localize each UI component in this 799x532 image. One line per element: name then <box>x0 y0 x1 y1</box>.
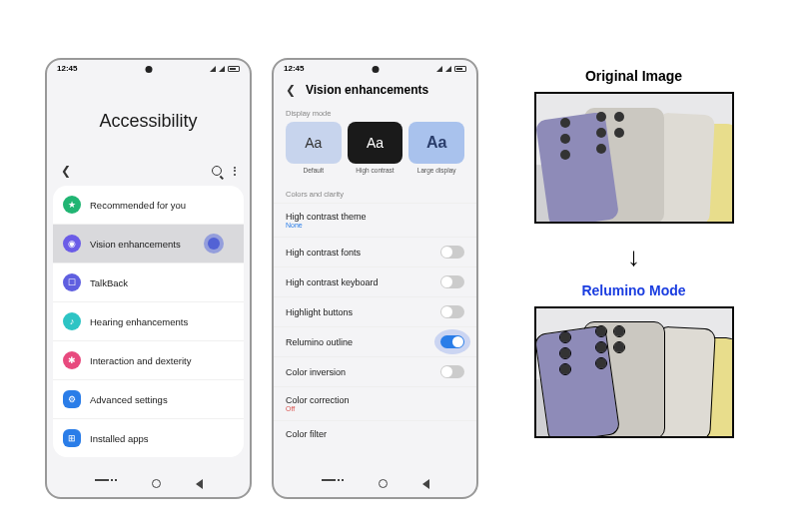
section-label-display: Display mode <box>274 101 476 122</box>
mode-high-contrast[interactable]: Aa High contrast <box>348 122 403 174</box>
toggle-inversion[interactable] <box>440 365 464 378</box>
list-item-installed[interactable]: ⊞ Installed apps <box>53 419 244 457</box>
page-title: Vision enhancements <box>306 83 428 97</box>
original-title: Original Image <box>585 68 682 84</box>
hand-icon: ✱ <box>63 351 81 369</box>
gear-icon: ⚙ <box>63 390 81 408</box>
list-item-recommended[interactable]: ★ Recommended for you <box>53 186 244 225</box>
item-high-contrast-theme[interactable]: High contrast themeNone <box>274 203 476 237</box>
talk-icon: ☐ <box>63 273 81 291</box>
arrow-down-icon: ↓ <box>627 242 640 272</box>
phone-frame-vision: 12:45 ❮ Vision enhancements Display mode… <box>272 58 478 499</box>
home-button[interactable] <box>152 479 161 488</box>
list-item-vision[interactable]: ◉ Vision enhancements <box>53 225 244 264</box>
search-icon[interactable] <box>212 166 222 176</box>
phone-frame-accessibility: 12:45 Accessibility ❮ ★ Recommended for … <box>45 58 252 499</box>
item-high-contrast-fonts[interactable]: High contrast fonts <box>274 237 476 266</box>
more-icon[interactable] <box>234 167 236 176</box>
signal-icon <box>436 66 442 72</box>
section-label-colors: Colors and clarity <box>274 182 476 203</box>
relumino-title: Relumino Mode <box>581 282 685 298</box>
list-card: ★ Recommended for you ◉ Vision enhanceme… <box>53 186 244 457</box>
status-time: 12:45 <box>57 64 77 73</box>
home-button[interactable] <box>379 479 388 488</box>
battery-icon <box>454 66 466 72</box>
signal-icon <box>210 66 216 72</box>
eye-icon: ◉ <box>63 235 81 253</box>
list-item-talkback[interactable]: ☐ TalkBack <box>53 264 244 302</box>
nav-bar <box>47 475 250 493</box>
nav-bar <box>274 475 476 493</box>
toggle-hc-fonts[interactable] <box>440 246 464 259</box>
page-title: Accessibility <box>47 111 250 132</box>
status-bar: 12:45 <box>47 60 250 75</box>
back-button[interactable] <box>196 479 203 489</box>
item-highlight-buttons[interactable]: Highlight buttons <box>274 296 476 326</box>
back-button[interactable] <box>422 479 429 489</box>
list-item-hearing[interactable]: ♪ Hearing enhancements <box>53 302 244 341</box>
list-item-advanced[interactable]: ⚙ Advanced settings <box>53 380 244 419</box>
item-color-filter[interactable]: Color filter <box>274 420 476 447</box>
back-icon[interactable]: ❮ <box>286 83 296 97</box>
signal-icon <box>219 66 225 72</box>
touch-indicator <box>204 234 224 254</box>
relumino-image <box>534 306 734 438</box>
ear-icon: ♪ <box>63 312 81 330</box>
recents-button[interactable] <box>95 479 117 489</box>
star-icon: ★ <box>63 196 81 214</box>
signal-icon <box>445 66 451 72</box>
recents-button[interactable] <box>322 479 344 489</box>
apps-icon: ⊞ <box>63 429 81 447</box>
item-color-inversion[interactable]: Color inversion <box>274 356 476 386</box>
battery-icon <box>228 66 240 72</box>
toggle-hc-keyboard[interactable] <box>440 275 464 288</box>
back-icon[interactable]: ❮ <box>61 164 71 178</box>
status-bar: 12:45 <box>274 60 476 75</box>
toggle-relumino[interactable] <box>440 335 464 348</box>
original-image <box>534 92 734 224</box>
toggle-highlight[interactable] <box>440 305 464 318</box>
list-item-interaction[interactable]: ✱ Interaction and dexterity <box>53 341 244 380</box>
mode-large-display[interactable]: Aa Large display <box>408 122 464 174</box>
item-color-correction[interactable]: Color correctionOff <box>274 386 476 420</box>
mode-default[interactable]: Aa Default <box>286 122 342 174</box>
status-time: 12:45 <box>284 64 304 73</box>
comparison-column: Original Image ↓ Relumino Mode <box>498 58 769 499</box>
item-high-contrast-keyboard[interactable]: High contrast keyboard <box>274 266 476 296</box>
item-relumino-outline[interactable]: Relumino outline <box>274 326 476 356</box>
